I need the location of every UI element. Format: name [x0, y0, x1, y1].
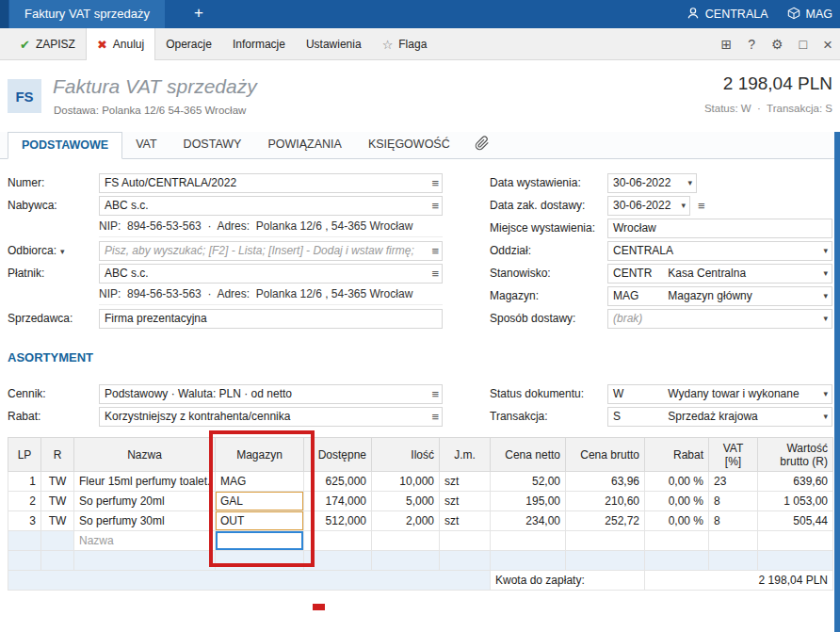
cell-empty[interactable]	[758, 531, 833, 551]
paperclip-icon[interactable]	[475, 136, 490, 154]
rabat-menu-icon[interactable]: ≡	[431, 408, 439, 426]
cell-vat[interactable]: 8	[709, 492, 758, 511]
sprzedawca-field[interactable]: Firma prezentacyjna	[99, 309, 443, 329]
cell-vat[interactable]: 8	[709, 511, 758, 531]
cell-ilosc[interactable]: 5,000	[372, 492, 440, 511]
data-zak-field[interactable]: 30-06-2022 ▾	[607, 196, 690, 216]
cell-rabat[interactable]: 0,00 %	[645, 511, 709, 531]
cell-wartosc[interactable]: 1 053,00	[758, 492, 833, 511]
new-row-magazyn-focused-cell[interactable]	[216, 531, 304, 551]
cell-cena-brutto[interactable]: 210,60	[566, 492, 645, 511]
oddzial-field[interactable]: CENTRALA ▾	[607, 241, 832, 261]
branch-indicator[interactable]: CENTRALA	[687, 7, 768, 23]
help-icon[interactable]: ?	[748, 38, 755, 51]
cell-wartosc[interactable]: 505,44	[758, 511, 833, 531]
col-lp[interactable]: LP	[8, 438, 41, 472]
cell-cena-netto[interactable]: 234,00	[491, 511, 566, 531]
cell-rabat[interactable]: 0,00 %	[645, 472, 709, 492]
cell-nazwa[interactable]: So perfumy 30ml	[74, 511, 216, 531]
cell-cena-netto[interactable]: 195,00	[491, 492, 566, 511]
cell-r[interactable]: TW	[41, 472, 74, 492]
cennik-menu-icon[interactable]: ≡	[431, 385, 439, 403]
cell-dostepne[interactable]: 512,000	[304, 511, 372, 531]
transakcja-field[interactable]: S Sprzedaż krajowa ▾	[607, 407, 832, 427]
cell-dostepne[interactable]: 174,000	[304, 492, 372, 511]
menu-informacje[interactable]: Informacje	[222, 28, 296, 60]
cell-empty[interactable]	[372, 531, 440, 551]
tab-ksiegowosc[interactable]: KSIĘGOWOŚĆ	[355, 132, 463, 158]
cell-lp[interactable]: 1	[8, 472, 41, 492]
tab-faktury-vat-sprzedazy[interactable]: Faktury VAT sprzedaży	[9, 0, 165, 28]
stanowisko-field[interactable]: CENTR Kasa Centralna ▾	[607, 264, 832, 284]
cell-empty[interactable]	[491, 531, 566, 551]
cell-nazwa[interactable]: So perfumy 20ml	[74, 492, 216, 511]
menu-ustawienia[interactable]: Ustawienia	[296, 28, 372, 60]
col-jm[interactable]: J.m.	[440, 438, 491, 472]
cell-magazyn-edited[interactable]: OUT	[216, 511, 304, 531]
cell-nazwa[interactable]: Fleur 15ml perfumy toalet.	[74, 472, 216, 492]
cell-rabat[interactable]: 0,00 %	[645, 492, 709, 511]
cell-wartosc[interactable]: 639,60	[758, 472, 833, 492]
cell-jm[interactable]: szt	[440, 492, 491, 511]
new-tab-button[interactable]: +	[186, 0, 211, 28]
cell-ilosc[interactable]: 2,000	[372, 511, 440, 531]
cell-vat[interactable]: 23	[709, 472, 758, 492]
save-button[interactable]: ✔ ZAPISZ	[9, 28, 86, 60]
cancel-button[interactable]: ✖ Anuluj	[86, 28, 155, 60]
col-cena-brutto[interactable]: Cena brutto	[566, 438, 645, 472]
cell-cena-brutto[interactable]: 63,96	[566, 472, 645, 492]
cell-dostepne[interactable]: 625,000	[304, 472, 372, 492]
tab-powiazania[interactable]: POWIĄZANIA	[254, 132, 354, 158]
tab-vat[interactable]: VAT	[122, 132, 170, 158]
data-zak-menu-icon[interactable]: ≡	[698, 196, 705, 216]
status-dokumentu-field[interactable]: W Wydany towar i wykonane ▾	[607, 384, 832, 404]
maximize-icon[interactable]: □	[800, 38, 807, 51]
cell-empty[interactable]	[709, 531, 758, 551]
odbiorca-type-caret-icon[interactable]: ▾	[60, 247, 65, 256]
close-icon[interactable]: ×	[823, 37, 832, 53]
tab-podstawowe[interactable]: PODSTAWOWE	[8, 132, 122, 159]
sposob-field[interactable]: (brak) ▾	[607, 309, 832, 329]
nabywca-field[interactable]: ABC s.c. ≡	[99, 196, 443, 216]
cell-empty[interactable]	[440, 531, 491, 551]
cell-lp[interactable]: 2	[8, 492, 41, 511]
cennik-field[interactable]: Podstawowy · Waluta: PLN · od netto ≡	[99, 384, 443, 404]
cell-r[interactable]: TW	[41, 492, 74, 511]
col-vat[interactable]: VAT [%]	[709, 438, 758, 472]
col-cena-netto[interactable]: Cena netto	[491, 438, 566, 472]
data-wystawienia-field[interactable]: 30-06-2022 ▾	[607, 173, 697, 193]
magazyn-field[interactable]: MAG Magazyn główny ▾	[607, 286, 832, 306]
gear-icon[interactable]: ⚙	[771, 38, 783, 51]
cell-magazyn[interactable]: MAG	[216, 472, 304, 492]
platnik-menu-icon[interactable]: ≡	[431, 265, 439, 283]
numer-menu-icon[interactable]: ≡	[431, 174, 439, 192]
cell-magazyn-edited[interactable]: GAL	[216, 492, 304, 511]
menu-operacje[interactable]: Operacje	[155, 28, 222, 60]
cell-ilosc[interactable]: 10,000	[372, 472, 440, 492]
col-wartosc-brutto[interactable]: Wartość brutto (R)	[758, 438, 833, 472]
cell-empty[interactable]	[645, 531, 709, 551]
col-ilosc[interactable]: Ilość	[372, 438, 440, 472]
cell-empty[interactable]	[566, 531, 645, 551]
col-magazyn[interactable]: Magazyn	[216, 438, 304, 472]
cell-lp[interactable]: 3	[8, 511, 41, 531]
col-nazwa[interactable]: Nazwa	[74, 438, 216, 472]
warehouse-indicator[interactable]: MAG	[787, 7, 832, 23]
cell-empty[interactable]	[304, 531, 372, 551]
numer-field[interactable]: FS Auto/CENTRALA/2022 ≡	[99, 173, 443, 193]
cell-jm[interactable]: szt	[440, 472, 491, 492]
cell-cena-netto[interactable]: 52,00	[491, 472, 566, 492]
flag-button[interactable]: ☆ Flaga	[372, 28, 438, 60]
nabywca-menu-icon[interactable]: ≡	[431, 197, 439, 215]
cell-cena-brutto[interactable]: 252,72	[566, 511, 645, 531]
col-rabat[interactable]: Rabat	[645, 438, 709, 472]
background-tab-sliver[interactable]	[0, 0, 8, 28]
col-dostepne[interactable]: Dostępne	[304, 438, 372, 472]
rabat-field[interactable]: Korzystniejszy z kontrahenta/cennika ≡	[99, 407, 443, 427]
cell-r[interactable]: TW	[41, 511, 74, 531]
new-row-nazwa-placeholder[interactable]: Nazwa	[74, 531, 216, 551]
odbiorca-menu-icon[interactable]: ≡	[431, 242, 439, 260]
new-window-icon[interactable]: ⊞	[721, 38, 733, 51]
platnik-field[interactable]: ABC s.c. ≡	[99, 264, 443, 284]
miejsce-field[interactable]: Wrocław	[607, 219, 832, 238]
